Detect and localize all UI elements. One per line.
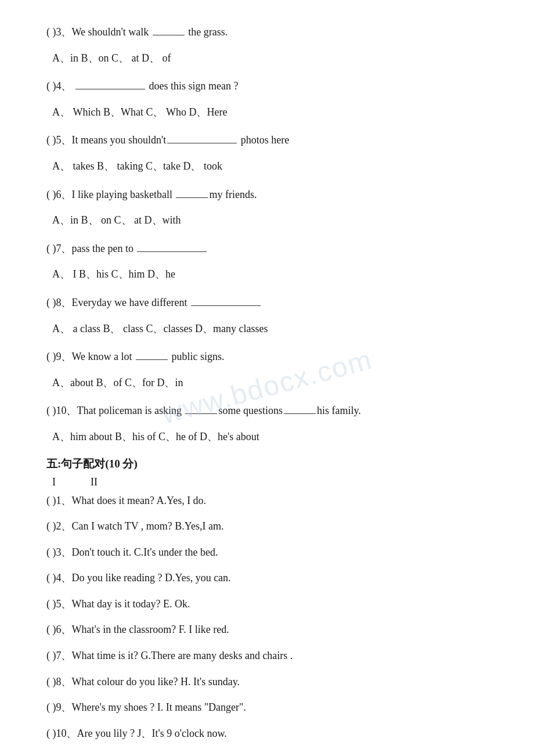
question-4-stem: ( )4、 does this sign mean ? xyxy=(46,77,488,95)
question-4-options: A、 Which B、What C、 Who D、Here xyxy=(46,103,488,121)
question-7-stem: ( )7、pass the pen to xyxy=(46,240,488,258)
match-item-10: ( )10、Are you lily ? J、It's 9 o'clock no… xyxy=(46,725,488,743)
match-item-3: ( )3、Don't touch it. C.It's under the be… xyxy=(46,543,488,561)
question-8-options: A、 a class B、 class C、classes D、many cla… xyxy=(46,320,488,338)
question-5-stem: ( )5、It means you shouldn't photos here xyxy=(46,131,488,149)
match-item-8: ( )8、What colour do you like? H. It's su… xyxy=(46,673,488,691)
question-10-options: A、him about B、his of C、he of D、he's abou… xyxy=(46,428,488,446)
match-item-2: ( )2、Can I watch TV , mom? B.Yes,I am. xyxy=(46,517,488,535)
question-3-stem: ( )3、We shouldn't walk the grass. xyxy=(46,23,488,41)
column-2-header: II xyxy=(91,476,98,488)
section-5-header: 五:句子配对(10 分) xyxy=(46,456,488,471)
question-9-options: A、about B、of C、for D、in xyxy=(46,374,488,392)
match-item-7: ( )7、What time is it? G.There are many d… xyxy=(46,647,488,665)
question-10-stem: ( )10、That policeman is asking some ques… xyxy=(46,402,488,420)
column-headers: I II xyxy=(46,476,488,488)
column-1-header: I xyxy=(52,476,56,488)
question-7-options: A、 I B、his C、him D、he xyxy=(46,265,488,283)
question-6-options: A、in B、 on C、 at D、with xyxy=(46,211,488,229)
question-9-stem: ( )9、We know a lot public signs. xyxy=(46,348,488,366)
match-item-1: ( )1、What does it mean? A.Yes, I do. xyxy=(46,492,488,510)
question-3-options: A、in B、on C、 at D、 of xyxy=(46,49,488,67)
question-8-stem: ( )8、Everyday we have different xyxy=(46,294,488,312)
match-item-9: ( )9、Where's my shoes ? I. It means "Dan… xyxy=(46,699,488,717)
match-item-4: ( )4、Do you like reading ? D.Yes, you ca… xyxy=(46,569,488,587)
match-item-6: ( )6、What's in the classroom? F. I like … xyxy=(46,621,488,639)
question-5-options: A、 takes B、 taking C、take D、 took xyxy=(46,157,488,175)
question-6-stem: ( )6、I like playing basketball my friend… xyxy=(46,186,488,204)
match-item-5: ( )5、What day is it today? E. Ok. xyxy=(46,595,488,613)
